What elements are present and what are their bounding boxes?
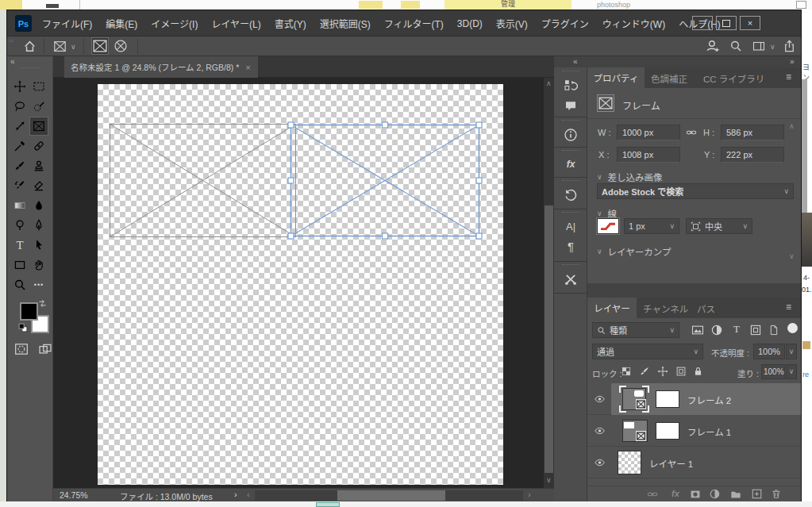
shape-tool[interactable]	[10, 255, 29, 275]
layer-row-frame2[interactable]: フレーム 2	[587, 383, 801, 415]
opacity-field[interactable]: 100%	[753, 344, 785, 359]
menu-layer[interactable]: レイヤー(L)	[211, 17, 260, 30]
pen-tool[interactable]	[29, 216, 48, 235]
layer-row-frame1[interactable]: フレーム 1	[587, 415, 801, 447]
layer-frame2-thumbnail[interactable]	[619, 386, 649, 413]
comments-panel-icon[interactable]	[564, 99, 578, 112]
lock-pixels-icon[interactable]	[639, 366, 650, 377]
new-adjustment-layer-icon[interactable]	[709, 488, 721, 500]
blend-mode-dropdown[interactable]: 通過 ∨	[592, 344, 703, 359]
icon-dock-collapse-icon[interactable]: «	[573, 57, 578, 66]
layer-frame1-thumbnail[interactable]	[622, 420, 648, 442]
dodge-tool[interactable]	[10, 216, 29, 235]
insert-image-section-header[interactable]: ∨差し込み画像	[597, 171, 663, 183]
menu-select[interactable]: 選択範囲(S)	[320, 17, 371, 30]
scroll-up-icon[interactable]: ∧	[546, 80, 552, 87]
layer-comps-panel-icon[interactable]	[564, 79, 578, 93]
filter-shape-layers-icon[interactable]	[749, 324, 762, 336]
healing-brush-tool[interactable]	[29, 136, 48, 156]
layer-layer1-visibility-eye-icon[interactable]	[593, 457, 606, 468]
link-dimensions-icon[interactable]	[685, 127, 698, 138]
share-account-icon[interactable]	[706, 39, 720, 53]
tab-properties[interactable]: プロパティ	[587, 67, 645, 88]
stroke-width-dropdown[interactable]: 1 px ∨	[624, 218, 679, 234]
lasso-tool[interactable]	[10, 97, 29, 116]
zoom-level[interactable]: 24.75%	[60, 490, 88, 500]
tab-layers[interactable]: レイヤー	[587, 298, 637, 318]
tab-channels[interactable]: チャンネル	[643, 302, 688, 315]
icon-dock-grip-5[interactable]	[562, 212, 579, 215]
screen-mode-icon[interactable]	[37, 342, 53, 356]
icon-dock-grip-2[interactable]	[562, 120, 579, 123]
menu-image[interactable]: イメージ(I)	[151, 17, 198, 30]
lock-artboard-icon[interactable]	[675, 366, 687, 377]
lock-position-icon[interactable]	[657, 366, 668, 377]
ps-logo[interactable]: Ps	[15, 15, 32, 32]
filter-adjustment-layers-icon[interactable]	[710, 324, 723, 336]
toolbar-collapse-icon[interactable]: «	[10, 57, 15, 66]
history-brush-tool[interactable]	[10, 176, 29, 195]
layer-style-fx-icon[interactable]: fx	[668, 487, 683, 500]
info-panel-icon[interactable]	[564, 128, 578, 142]
brush-tool[interactable]	[10, 156, 29, 175]
rect-frame-mode-button[interactable]	[91, 37, 109, 55]
icon-dock-grip-3[interactable]	[562, 150, 579, 153]
tab-paths[interactable]: パス	[697, 302, 715, 315]
history-panel-icon[interactable]	[564, 188, 578, 202]
options-grip[interactable]: ⠿	[9, 39, 13, 54]
layer-frame2-content-thumbnail[interactable]	[656, 390, 679, 408]
hscroll-right-arrow[interactable]: ›	[528, 490, 531, 499]
new-group-folder-icon[interactable]	[729, 489, 742, 500]
zoom-tool[interactable]	[10, 275, 29, 294]
type-tool[interactable]: T	[10, 236, 29, 255]
menu-filter[interactable]: フィルター(T)	[384, 17, 444, 30]
path-select-tool[interactable]	[29, 236, 48, 255]
icon-dock-grip-1[interactable]	[562, 71, 579, 74]
workspace-chevron[interactable]: ∨	[770, 44, 775, 51]
fx-styles-panel-icon[interactable]: fx	[563, 158, 579, 171]
properties-scroll-down-icon[interactable]: ∨	[789, 253, 795, 260]
vertical-scroll-thumb[interactable]	[545, 205, 553, 473]
blur-tool[interactable]	[29, 196, 48, 215]
new-layer-icon[interactable]	[751, 488, 763, 500]
icon-dock-grip-6[interactable]	[562, 264, 579, 267]
tab-cc-libraries[interactable]: CC ライブラリ	[703, 72, 764, 85]
window-maximize-button[interactable]	[716, 16, 737, 30]
edit-toolbar-icon[interactable]: •••	[29, 275, 48, 294]
filter-pixel-layers-icon[interactable]	[691, 324, 704, 336]
layer-frame1-visibility-eye-icon[interactable]	[593, 425, 606, 436]
window-close-button[interactable]: ×	[740, 16, 760, 30]
layer-frame2-name[interactable]: フレーム 2	[687, 394, 731, 406]
width-field[interactable]: 1000 px	[617, 125, 680, 140]
paragraph-panel-icon[interactable]: ¶	[563, 239, 579, 253]
fill-chevron-button[interactable]: ∨	[786, 364, 797, 379]
document-tab[interactable]: 名称未設定 1 @ 24.8% (フレーム 2, RGB/8) * ×	[64, 56, 258, 78]
eraser-tool[interactable]	[29, 176, 48, 195]
menu-window[interactable]: ウィンドウ(W)	[602, 17, 665, 30]
layer-frame1-name[interactable]: フレーム 1	[687, 425, 731, 438]
menu-3d[interactable]: 3D(D)	[457, 18, 483, 29]
frame-tool-selected[interactable]	[29, 117, 48, 136]
layer-layer1-name[interactable]: レイヤー 1	[649, 457, 693, 470]
layers-panel-menu-icon[interactable]: ≡	[786, 302, 791, 313]
menu-type[interactable]: 書式(Y)	[275, 17, 306, 30]
foreground-color-swatch[interactable]	[20, 302, 38, 321]
home-button[interactable]	[23, 40, 37, 53]
menu-plugins[interactable]: プラグイン	[541, 17, 589, 30]
clone-stamp-tool[interactable]	[29, 156, 48, 175]
default-colors-icon[interactable]	[18, 323, 28, 332]
stroke-align-dropdown[interactable]: 中央 ∨	[686, 218, 752, 234]
opacity-chevron-button[interactable]: ∨	[786, 344, 797, 359]
x-field[interactable]: 1008 px	[617, 147, 680, 163]
hscroll-left-arrow[interactable]: ‹	[247, 490, 250, 499]
layer-layer1-thumbnail[interactable]	[618, 451, 641, 474]
ellipse-frame-mode-button[interactable]	[114, 39, 128, 53]
filter-toggle-icon[interactable]	[787, 323, 798, 333]
fill-field[interactable]: 100%	[761, 364, 785, 379]
workspace-icon[interactable]	[752, 40, 766, 52]
add-mask-icon[interactable]	[689, 489, 702, 500]
move-tool[interactable]	[10, 77, 29, 96]
panel-dock-expand-icon[interactable]: »	[790, 57, 795, 66]
properties-panel-menu-icon[interactable]: ≡	[786, 71, 791, 83]
frame-tool-preset-icon[interactable]	[53, 40, 67, 53]
